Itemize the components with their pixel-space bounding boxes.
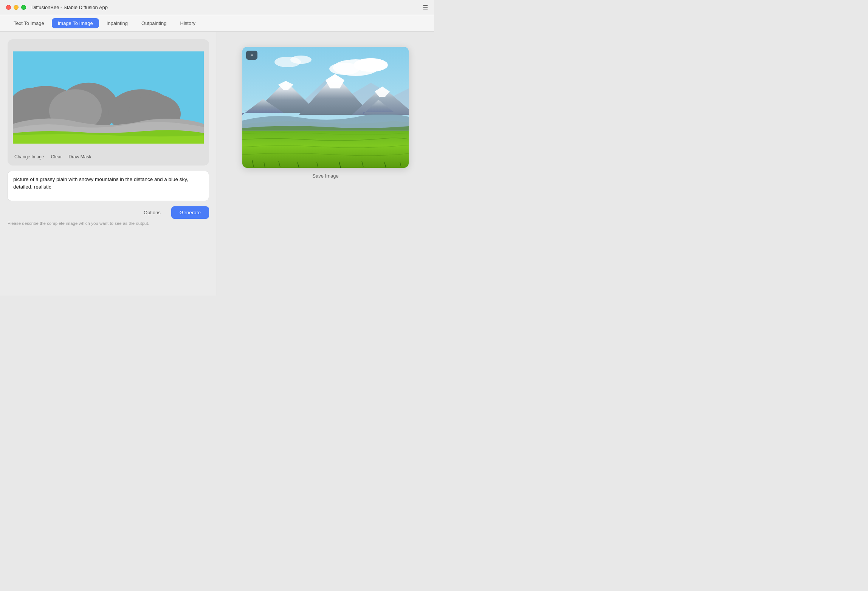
image-actions: Change Image Clear Draw Mask	[13, 150, 204, 160]
minimize-button[interactable]	[14, 5, 19, 10]
tab-history[interactable]: History	[174, 18, 202, 28]
helper-text: Please describe the complete image which…	[8, 221, 209, 226]
output-menu-button[interactable]: ≡	[246, 51, 257, 60]
svg-point-13	[290, 56, 312, 64]
draw-mask-button[interactable]: Draw Mask	[68, 154, 91, 159]
tab-image-to-image[interactable]: Image To Image	[52, 18, 99, 28]
bottom-controls: Options Generate	[8, 206, 209, 219]
input-image-container: Change Image Clear Draw Mask	[8, 39, 209, 166]
change-image-button[interactable]: Change Image	[14, 154, 44, 159]
menu-icon[interactable]: ☰	[423, 4, 428, 11]
tab-outpainting[interactable]: Outpainting	[135, 18, 173, 28]
output-image: ≡	[242, 47, 409, 168]
options-button[interactable]: Options	[138, 207, 167, 218]
output-landscape-svg	[242, 47, 409, 168]
tab-text-to-image[interactable]: Text To Image	[8, 18, 50, 28]
clear-button[interactable]: Clear	[51, 154, 62, 159]
prompt-textarea[interactable]: picture of a grassy plain with snowy mou…	[8, 171, 209, 201]
hamburger-icon: ≡	[250, 53, 253, 57]
output-image-wrapper: ≡	[242, 47, 409, 168]
window-title: DiffusionBee - Stable Diffusion App	[31, 5, 423, 10]
left-panel: Change Image Clear Draw Mask picture of …	[0, 32, 217, 296]
save-image-label[interactable]: Save Image	[312, 173, 338, 179]
sketch-image	[13, 45, 204, 150]
maximize-button[interactable]	[21, 5, 26, 10]
main-content: Change Image Clear Draw Mask picture of …	[0, 32, 434, 296]
traffic-lights	[6, 5, 26, 10]
svg-rect-14	[242, 131, 409, 168]
titlebar: DiffusionBee - Stable Diffusion App ☰	[0, 0, 434, 15]
svg-point-11	[329, 63, 360, 75]
input-image-area[interactable]	[13, 45, 204, 150]
close-button[interactable]	[6, 5, 11, 10]
generate-button[interactable]: Generate	[171, 206, 209, 219]
navbar: Text To Image Image To Image Inpainting …	[0, 15, 434, 32]
tab-inpainting[interactable]: Inpainting	[101, 18, 134, 28]
right-panel: ≡	[217, 32, 434, 296]
